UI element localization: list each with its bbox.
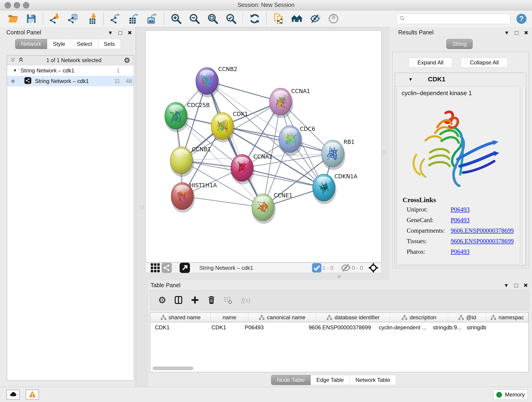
network-node-HIST1H1A[interactable]: HIST1H1A <box>171 182 217 213</box>
network-node-CDC6[interactable]: CDC6 <box>279 126 315 156</box>
collection-expand-icon[interactable]: ▼ <box>13 68 17 73</box>
network-row[interactable]: String Network – cdk1 11 48 <box>7 76 134 86</box>
table-cell[interactable]: CDK1 <box>207 324 240 331</box>
tab-select[interactable]: Select <box>71 39 98 49</box>
panel-menu-icon[interactable]: ▼ <box>108 30 113 36</box>
clone-network-button[interactable] <box>272 13 284 25</box>
table-cell[interactable]: stringdb <box>462 324 500 331</box>
zoom-selected-button[interactable] <box>225 13 237 25</box>
apply-preferred-layout-button[interactable] <box>249 13 260 25</box>
collection-name: String Network – cdk1 <box>21 67 75 74</box>
control-panel-tabs: NetworkStyleSelectSets <box>15 39 121 49</box>
table-cell[interactable]: 9606.ENSP00000378699 <box>304 324 374 331</box>
network-node-CCNA1[interactable]: CCNA1 <box>269 88 310 118</box>
search-box[interactable] <box>397 13 510 24</box>
delete-column-icon[interactable] <box>207 296 216 304</box>
pan-target-icon[interactable] <box>368 263 378 273</box>
export-network-button[interactable] <box>109 13 121 25</box>
hide-selected-button[interactable] <box>309 13 321 25</box>
collapse-all-icon[interactable] <box>10 57 16 64</box>
tab-network-table[interactable]: Network Table <box>350 375 396 385</box>
network-overview-icon[interactable] <box>162 264 171 272</box>
network-node-CCNB1[interactable]: CCNB1 <box>170 146 211 177</box>
network-node-CCNB2[interactable]: CCNB2 <box>196 66 237 98</box>
detach-view-icon[interactable] <box>180 264 189 272</box>
node-label: CDC25B <box>187 102 210 108</box>
memory-button[interactable]: Memory <box>493 389 528 400</box>
crosslink-value-link[interactable]: 9606.ENSP00000378699 <box>451 238 514 245</box>
crosslink-value-link[interactable]: P06493 <box>451 217 470 223</box>
panel-close-icon[interactable]: ✖ <box>524 30 528 36</box>
panel-float-icon[interactable]: □ <box>514 282 518 288</box>
open-session-button[interactable] <box>7 13 19 25</box>
table-cell[interactable]: stringdb:9... <box>428 324 462 331</box>
panel-float-icon[interactable]: □ <box>515 30 519 36</box>
tab-string[interactable]: String <box>446 39 473 49</box>
expand-all-button[interactable]: Expand All <box>409 57 452 68</box>
show-columns-icon[interactable] <box>174 296 183 304</box>
zoom-out-button[interactable] <box>188 13 200 25</box>
tab-network[interactable]: Network <box>15 39 47 49</box>
show-hidden-button[interactable] <box>327 13 339 25</box>
tab-node-table[interactable]: Node Table <box>271 375 311 385</box>
column-header--id[interactable]: @id <box>448 313 486 322</box>
column-header-database-identifier[interactable]: database identifier <box>316 313 390 322</box>
column-header-canonical-name[interactable]: canonical name <box>248 313 316 322</box>
table-panel-splitter-handle[interactable] <box>337 275 341 278</box>
tab-sets[interactable]: Sets <box>98 39 121 49</box>
crosslink-value-link[interactable]: P06493 <box>451 248 470 255</box>
import-table-from-file-button[interactable] <box>86 13 98 25</box>
table-cell[interactable]: cyclin-dependent ... <box>374 324 428 331</box>
tab-edge-table[interactable]: Edge Table <box>311 375 350 385</box>
panel-menu-icon[interactable]: ▼ <box>504 283 509 288</box>
panel-menu-icon[interactable]: ▼ <box>504 30 509 36</box>
panel-float-icon[interactable]: □ <box>119 30 122 36</box>
network-node-RB1[interactable]: RB1 <box>322 139 355 170</box>
table-cell[interactable]: P06493 <box>240 324 304 331</box>
search-input[interactable] <box>407 15 508 22</box>
warnings-button[interactable] <box>26 390 39 400</box>
column-header-description[interactable]: description <box>390 313 448 322</box>
options-gear-icon[interactable]: ⚙ <box>124 57 130 64</box>
table-cell[interactable]: CDK1 <box>150 324 207 331</box>
selected-nodes-icon[interactable] <box>314 265 320 271</box>
expand-all-icon[interactable] <box>18 57 24 64</box>
network-node-CCNA2[interactable]: CCNA2 <box>231 153 272 185</box>
network-node-CCNE1[interactable]: CCNE1 <box>252 192 293 224</box>
help-button[interactable]: ? <box>516 13 527 24</box>
export-table-button[interactable] <box>128 13 140 25</box>
collapse-all-button[interactable]: Collapse All <box>461 57 508 68</box>
column-header-name[interactable]: name <box>211 313 248 322</box>
table-row[interactable]: CDK1CDK1P064939606.ENSP00000378699cyclin… <box>150 322 528 333</box>
import-network-from-file-button[interactable] <box>49 13 61 25</box>
table-options-gear-icon[interactable]: ⚙ <box>158 295 166 305</box>
network-graph[interactable]: CCNB2CCNA1CDC25BCDK1CDC6RB1CCNB1CCNA2CDK… <box>146 31 381 262</box>
panel-close-icon[interactable]: ✖ <box>524 283 528 288</box>
import-network-from-database-button[interactable] <box>67 13 79 25</box>
column-header-namespac[interactable]: namespac <box>486 313 528 322</box>
gene-section-header[interactable]: ▼ CDK1 <box>395 73 526 86</box>
crosslink-value-link[interactable]: 9606.ENSP00000378699 <box>451 227 514 234</box>
zoom-in-button[interactable] <box>170 13 182 25</box>
add-column-icon[interactable] <box>191 296 199 304</box>
horizontal-scrollbar-thumb[interactable] <box>152 366 193 370</box>
panel-close-icon[interactable]: ✖ <box>128 30 132 36</box>
network-collection-row[interactable]: ▼ String Network – cdk1 1 <box>7 65 134 76</box>
column-header-shared-name[interactable]: shared name <box>150 313 211 322</box>
group-nodes-button[interactable] <box>291 13 303 25</box>
section-collapse-icon[interactable]: ▼ <box>408 77 413 82</box>
crosslink-value-link[interactable]: P06493 <box>451 206 470 213</box>
cloud-icon <box>9 390 17 399</box>
left-splitter-handle[interactable] <box>140 206 144 209</box>
network-canvas[interactable]: CCNB2CCNA1CDC25BCDK1CDC6RB1CCNB1CCNA2CDK… <box>146 31 381 262</box>
right-splitter-handle[interactable] <box>382 151 386 154</box>
toolbar-separator <box>164 13 164 25</box>
save-session-button[interactable] <box>25 13 37 25</box>
grid-view-icon[interactable] <box>151 264 159 272</box>
results-scrollbar[interactable] <box>522 86 525 264</box>
tab-style[interactable]: Style <box>47 39 71 49</box>
cloud-status-button[interactable] <box>6 390 20 400</box>
export-image-button[interactable] <box>146 13 158 25</box>
zoom-fit-content-button[interactable] <box>207 13 219 25</box>
network-node-CDKN1A[interactable]: CDKN1A <box>313 173 358 204</box>
